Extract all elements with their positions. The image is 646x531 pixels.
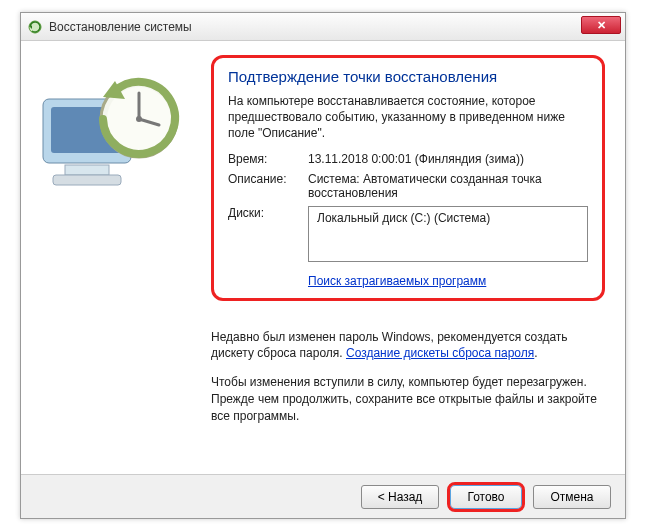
close-button[interactable]: ✕: [581, 16, 621, 34]
finish-button[interactable]: Готово: [447, 482, 525, 512]
intro-text: На компьютере восстанавливается состояни…: [228, 93, 588, 142]
scan-affected-programs-link[interactable]: Поиск затрагиваемых программ: [308, 274, 486, 288]
cancel-button-label: Отмена: [550, 490, 593, 504]
description-row: Описание: Система: Автоматически созданн…: [228, 172, 588, 200]
window-body: Подтверждение точки восстановления На ко…: [21, 41, 625, 474]
reboot-note: Чтобы изменения вступили в силу, компьют…: [211, 374, 605, 424]
system-restore-window: Восстановление системы ✕: [20, 12, 626, 519]
time-row: Время: 13.11.2018 0:00:01 (Финляндия (зи…: [228, 152, 588, 166]
password-note: Недавно был изменен пароль Windows, реко…: [211, 329, 605, 363]
window-title: Восстановление системы: [49, 20, 192, 34]
password-note-dot: .: [534, 346, 537, 360]
time-label: Время:: [228, 152, 308, 166]
app-icon: [27, 19, 43, 35]
scan-link-row: Поиск затрагиваемых программ: [308, 274, 588, 288]
svg-rect-5: [53, 175, 121, 185]
restore-illustration: [31, 59, 191, 219]
footer: < Назад Готово Отмена: [21, 474, 625, 518]
finish-button-label: Готово: [467, 490, 504, 504]
back-button-label: < Назад: [378, 490, 423, 504]
disks-item: Локальный диск (C:) (Система): [317, 211, 490, 225]
description-label: Описание:: [228, 172, 308, 200]
back-button[interactable]: < Назад: [361, 485, 439, 509]
disks-value-wrap: Локальный диск (C:) (Система): [308, 206, 588, 268]
titlebar: Восстановление системы ✕: [21, 13, 625, 41]
cancel-button[interactable]: Отмена: [533, 485, 611, 509]
time-value: 13.11.2018 0:00:01 (Финляндия (зима)): [308, 152, 588, 166]
svg-rect-4: [65, 165, 109, 175]
disks-row: Диски: Локальный диск (C:) (Система): [228, 206, 588, 268]
disks-label: Диски:: [228, 206, 308, 268]
heading: Подтверждение точки восстановления: [228, 68, 588, 85]
right-pane: Подтверждение точки восстановления На ко…: [211, 41, 625, 474]
disks-listbox[interactable]: Локальный диск (C:) (Система): [308, 206, 588, 262]
confirmation-panel: Подтверждение точки восстановления На ко…: [211, 55, 605, 301]
close-icon: ✕: [597, 19, 606, 32]
left-pane: [21, 41, 211, 474]
svg-point-10: [136, 116, 142, 122]
create-password-reset-disk-link[interactable]: Создание дискеты сброса пароля: [346, 346, 534, 360]
description-value: Система: Автоматически созданная точка в…: [308, 172, 588, 200]
